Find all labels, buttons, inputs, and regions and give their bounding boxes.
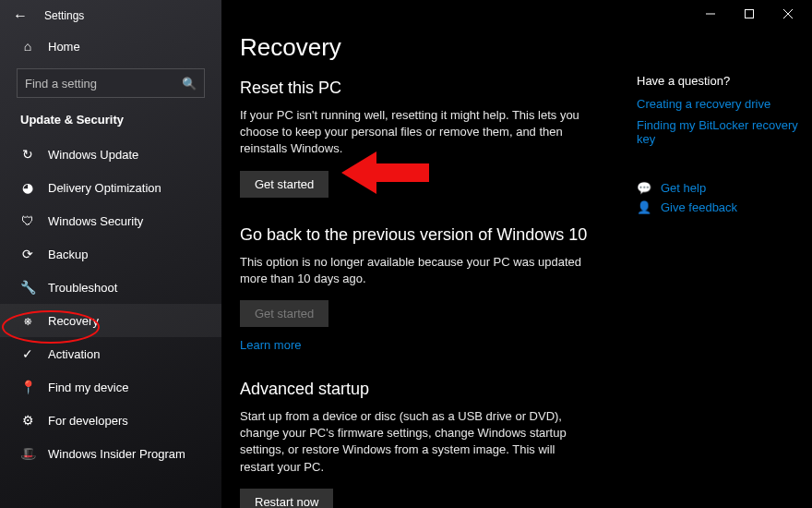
- dev-icon: ⚙: [20, 413, 35, 428]
- give-feedback-link[interactable]: 👤 Give feedback: [637, 200, 803, 214]
- sidebar-item-label: Find my device: [48, 381, 128, 394]
- sidebar-item-label: Activation: [48, 347, 100, 361]
- feedback-icon: 👤: [637, 200, 651, 214]
- sidebar-item-label: Windows Security: [48, 214, 143, 228]
- section-go-back: Go back to the previous version of Windo…: [240, 225, 591, 352]
- sidebar-item-for-developers[interactable]: ⚙ For developers: [0, 404, 221, 437]
- wrench-icon: 🔧: [20, 280, 35, 295]
- locate-icon: 📍: [20, 380, 35, 394]
- sidebar-item-windows-insider[interactable]: 🎩 Windows Insider Program: [0, 437, 221, 470]
- advanced-body: Start up from a device or disc (such as …: [240, 408, 591, 476]
- sync-icon: ↻: [20, 147, 35, 162]
- sidebar-item-recovery[interactable]: ⎈ Recovery: [0, 304, 221, 337]
- section-advanced-startup: Advanced startup Start up from a device …: [240, 380, 591, 508]
- search-input[interactable]: [25, 77, 182, 91]
- sidebar-item-find-my-device[interactable]: 📍 Find my device: [0, 370, 221, 404]
- main-pane: Recovery Reset this PC If your PC isn't …: [221, 0, 812, 508]
- reset-heading: Reset this PC: [240, 79, 591, 98]
- sidebar-item-label: Backup: [48, 248, 88, 261]
- reset-get-started-button[interactable]: Get started: [240, 171, 328, 198]
- help-link-bitlocker-key[interactable]: Finding my BitLocker recovery key: [637, 118, 803, 146]
- sidebar-item-label: Recovery: [48, 314, 99, 328]
- home-icon: ⌂: [20, 39, 35, 54]
- section-reset-pc: Reset this PC If your PC isn't running w…: [240, 79, 591, 198]
- sidebar-item-windows-update[interactable]: ↻ Windows Update: [0, 138, 221, 171]
- sidebar-item-label: Windows Insider Program: [48, 447, 185, 461]
- sidebar-item-label: For developers: [48, 414, 128, 428]
- sidebar-item-troubleshoot[interactable]: 🔧 Troubleshoot: [0, 271, 221, 304]
- sidebar-item-delivery-optimization[interactable]: ◕ Delivery Optimization: [0, 171, 221, 204]
- advanced-heading: Advanced startup: [240, 380, 591, 399]
- sidebar-home-label: Home: [48, 40, 80, 54]
- search-icon: 🔍: [182, 77, 197, 91]
- window-title: Settings: [44, 9, 84, 22]
- shield-icon: 🛡: [20, 213, 35, 228]
- minimize-button[interactable]: [692, 1, 729, 27]
- goback-body: This option is no longer available becau…: [240, 254, 591, 287]
- sidebar-item-label: Troubleshoot: [48, 281, 117, 295]
- reset-body: If your PC isn't running well, resetting…: [240, 107, 591, 158]
- sidebar-home[interactable]: ⌂ Home: [0, 30, 221, 63]
- recovery-icon: ⎈: [20, 313, 35, 328]
- sidebar-item-backup[interactable]: ⟳ Backup: [0, 237, 221, 271]
- get-help-label: Get help: [661, 181, 706, 195]
- chat-icon: 💬: [637, 181, 651, 195]
- titlebar: [221, 0, 812, 28]
- sidebar-item-windows-security[interactable]: 🛡 Windows Security: [0, 204, 221, 237]
- goback-learn-more-link[interactable]: Learn more: [240, 338, 591, 352]
- backup-icon: ⟳: [20, 247, 35, 261]
- check-icon: ✓: [20, 346, 35, 361]
- svg-rect-1: [746, 10, 754, 18]
- sidebar-item-label: Delivery Optimization: [48, 181, 161, 195]
- close-button[interactable]: [770, 1, 806, 27]
- page-title: Recovery: [240, 33, 627, 62]
- back-icon[interactable]: ←: [13, 7, 28, 24]
- give-feedback-label: Give feedback: [661, 200, 737, 214]
- sidebar-group-label: Update & Security: [0, 111, 221, 138]
- help-column: Have a question? Creating a recovery dri…: [627, 33, 803, 508]
- search-box[interactable]: 🔍: [17, 68, 205, 98]
- maximize-button[interactable]: [731, 1, 768, 27]
- sidebar-item-activation[interactable]: ✓ Activation: [0, 337, 221, 370]
- goback-get-started-button: Get started: [240, 300, 328, 327]
- question-heading: Have a question?: [637, 74, 803, 88]
- insider-icon: 🎩: [20, 446, 35, 461]
- get-help-link[interactable]: 💬 Get help: [637, 181, 803, 195]
- optimize-icon: ◕: [20, 180, 35, 195]
- sidebar-item-label: Windows Update: [48, 148, 138, 162]
- help-link-recovery-drive[interactable]: Creating a recovery drive: [637, 97, 803, 111]
- goback-heading: Go back to the previous version of Windo…: [240, 225, 591, 245]
- restart-now-button[interactable]: Restart now: [240, 489, 333, 508]
- settings-sidebar: ← Settings ⌂ Home 🔍 Update & Security ↻ …: [0, 0, 221, 508]
